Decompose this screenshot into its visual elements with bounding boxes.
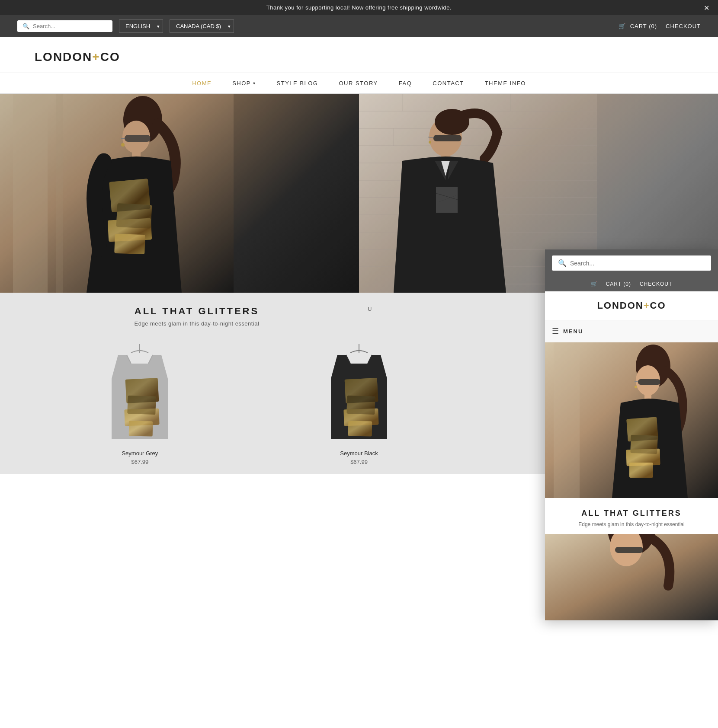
nav-item-style-blog[interactable]: STYLE BLOG	[266, 73, 329, 93]
product-price-1: $67.99	[254, 459, 465, 465]
svg-rect-40	[436, 187, 458, 213]
product-image-grey	[96, 340, 183, 444]
product-card[interactable]: Seymour Grey $67.99	[35, 340, 245, 465]
logo-text-right: CO	[100, 50, 120, 64]
mobile-logo-plus: +	[644, 300, 650, 311]
checkout-label: CHECKOUT	[666, 23, 701, 29]
announcement-bar: Thank you for supporting local! Now offe…	[0, 0, 718, 15]
checkout-link[interactable]: CHECKOUT	[666, 23, 701, 29]
svg-rect-79	[615, 547, 643, 553]
main-nav: HOME SHOP ▾ STYLE BLOG OUR STORY FAQ CON…	[0, 73, 718, 94]
cart-link[interactable]: 🛒 CART (0)	[619, 23, 657, 29]
nav-item-contact[interactable]: CONTACT	[422, 73, 474, 93]
svg-rect-63	[554, 342, 580, 498]
svg-rect-35	[433, 135, 462, 141]
mobile-search-bar: 🔍	[545, 249, 718, 277]
mobile-logo-left: LONDON	[597, 300, 643, 311]
svg-line-67	[635, 381, 638, 382]
left-collection-subtitle: Edge meets glam in this day-to-night ess…	[35, 320, 359, 327]
product-svg-grey	[96, 340, 183, 444]
cart-icon: 🛒	[619, 23, 626, 29]
mobile-menu-bar[interactable]: ☰ MENU	[545, 320, 718, 342]
close-icon[interactable]: ✕	[704, 3, 710, 12]
cart-label: CART (0)	[630, 23, 657, 29]
svg-point-39	[429, 141, 431, 144]
left-collection-info: ALL THAT GLITTERS Edge meets glam in thi…	[35, 306, 359, 327]
language-selector[interactable]: ENGLISH	[119, 19, 163, 33]
utility-right: 🛒 CART (0) CHECKOUT	[619, 23, 701, 29]
svg-rect-1	[13, 94, 48, 293]
mobile-collection-title: ALL THAT GLITTERS	[554, 509, 709, 518]
mobile-hero-image	[545, 342, 718, 498]
hero-left-image	[0, 94, 234, 293]
mobile-hero-svg	[545, 342, 718, 498]
product-price-0: $67.99	[35, 459, 245, 465]
svg-point-14	[121, 143, 125, 147]
left-collection-title: ALL THAT GLITTERS	[35, 306, 359, 317]
mobile-logo-area: LONDON+CO	[545, 291, 718, 320]
nav-item-our-story[interactable]: OUR STORY	[328, 73, 388, 93]
svg-rect-13	[116, 203, 152, 229]
svg-rect-49	[128, 396, 156, 415]
language-select[interactable]: ENGLISH	[119, 19, 163, 33]
nav-item-faq[interactable]: FAQ	[388, 73, 423, 93]
search-input[interactable]	[33, 23, 106, 29]
svg-rect-5	[125, 135, 151, 142]
product-image-black	[316, 340, 402, 444]
logo-plus: +	[92, 50, 100, 64]
logo-area: LONDON+CO	[0, 37, 718, 73]
svg-point-75	[635, 386, 637, 388]
svg-rect-54	[348, 421, 372, 437]
nav-item-home[interactable]: HOME	[182, 73, 222, 93]
announcement-text: Thank you for supporting local! Now offe…	[266, 4, 452, 11]
logo[interactable]: LONDON+CO	[35, 50, 683, 64]
svg-rect-47	[129, 421, 153, 437]
nav-item-shop[interactable]: SHOP ▾	[222, 73, 266, 93]
product-name-1: Seymour Black	[254, 450, 465, 457]
svg-rect-2	[56, 94, 63, 293]
currency-select[interactable]: CANADA (CAD $)	[170, 19, 234, 33]
mobile-bottom-svg	[545, 534, 718, 620]
mobile-logo[interactable]: LONDON+CO	[554, 300, 709, 311]
mobile-search-input[interactable]	[570, 260, 705, 267]
nav-item-theme-info[interactable]: THEME INFO	[474, 73, 536, 93]
menu-label: MENU	[563, 328, 583, 335]
mobile-bottom-hero	[545, 534, 718, 620]
mobile-logo-right: CO	[650, 300, 666, 311]
mobile-checkout-link[interactable]: CHECKOUT	[640, 281, 672, 287]
mobile-cart-link[interactable]: CART (0)	[606, 281, 631, 287]
product-name-0: Seymour Grey	[35, 450, 245, 457]
product-card[interactable]: Seymour Black $67.99	[254, 340, 465, 465]
mobile-collection-info: ALL THAT GLITTERS Edge meets glam in thi…	[545, 498, 718, 534]
svg-rect-11	[114, 234, 145, 254]
search-box[interactable]: 🔍	[17, 20, 112, 32]
chevron-down-icon: ▾	[253, 81, 256, 86]
product-svg-black	[316, 340, 402, 444]
mobile-overlay-panel: 🔍 🛒 CART (0) CHECKOUT LONDON+CO ☰ MENU	[545, 249, 718, 620]
main-content: ALL THAT GLITTERS Edge meets glam in thi…	[0, 94, 718, 474]
search-icon: 🔍	[22, 23, 29, 29]
mobile-cart-bar: 🛒 CART (0) CHECKOUT	[545, 277, 718, 291]
logo-text-left: LONDON	[35, 50, 92, 64]
svg-point-34	[435, 109, 469, 135]
svg-rect-66	[638, 379, 660, 385]
currency-selector[interactable]: CANADA (CAD $)	[170, 19, 234, 33]
svg-rect-56	[346, 396, 375, 415]
mobile-search-wrapper[interactable]: 🔍	[552, 255, 711, 271]
mobile-collection-subtitle: Edge meets glam in this day-to-night ess…	[554, 521, 709, 527]
hero-left	[0, 94, 359, 293]
mobile-cart-icon: 🛒	[591, 281, 597, 287]
utility-bar: 🔍 ENGLISH CANADA (CAD $) 🛒 CART (0) CHEC…	[0, 15, 718, 37]
svg-rect-74	[630, 435, 657, 454]
hamburger-icon: ☰	[552, 326, 559, 336]
mobile-search-icon: 🔍	[558, 259, 567, 267]
svg-rect-72	[629, 463, 653, 478]
